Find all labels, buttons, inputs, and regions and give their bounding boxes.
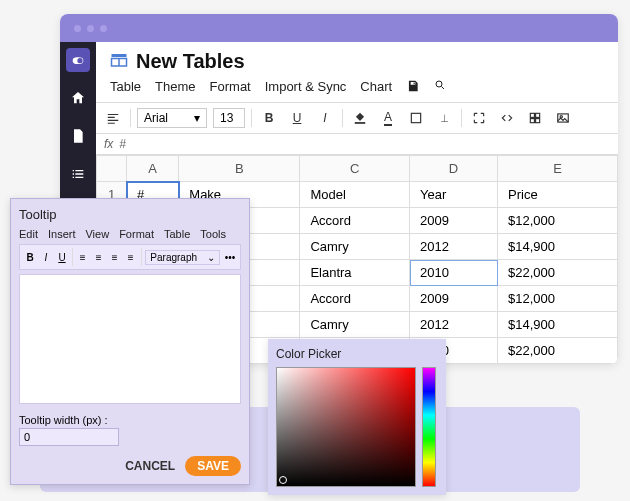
tooltip-menu-edit[interactable]: Edit xyxy=(19,228,38,240)
underline-icon[interactable]: U xyxy=(56,249,68,265)
underline-icon[interactable]: U xyxy=(286,107,308,129)
align-left-icon[interactable] xyxy=(102,107,124,129)
paragraph-select[interactable]: Paragraph⌄ xyxy=(145,250,220,265)
tooltip-title: Tooltip xyxy=(19,207,241,222)
svg-rect-9 xyxy=(530,113,534,117)
paragraph-label: Paragraph xyxy=(150,252,197,263)
col-header[interactable]: B xyxy=(179,156,300,182)
bold-icon[interactable]: B xyxy=(258,107,280,129)
separator xyxy=(72,248,73,266)
header: New Tables xyxy=(96,42,618,77)
align-right-icon[interactable]: ≡ xyxy=(109,249,121,265)
col-header[interactable]: E xyxy=(498,156,618,182)
menu-import-sync[interactable]: Import & Sync xyxy=(265,79,347,96)
tooltip-menu-table[interactable]: Table xyxy=(164,228,190,240)
corner-cell[interactable] xyxy=(97,156,127,182)
separator xyxy=(141,248,142,266)
tooltip-textarea[interactable] xyxy=(19,274,241,404)
cell[interactable]: 2009 xyxy=(410,208,498,234)
menu-table[interactable]: Table xyxy=(110,79,141,96)
cell[interactable]: 2010 xyxy=(410,260,498,286)
save-icon[interactable] xyxy=(406,79,420,96)
image-icon[interactable] xyxy=(552,107,574,129)
font-size-input[interactable]: 13 xyxy=(213,108,245,128)
tooltip-width-label: Tooltip width (px) : xyxy=(19,414,241,426)
cell[interactable]: $14,900 xyxy=(498,234,618,260)
svg-point-5 xyxy=(436,81,442,87)
border-icon[interactable] xyxy=(405,107,427,129)
tooltip-menubar: Edit Insert View Format Table Tools xyxy=(19,228,241,240)
cell[interactable]: $22,000 xyxy=(498,260,618,286)
cell[interactable]: $12,000 xyxy=(498,286,618,312)
chevron-down-icon: ⌄ xyxy=(207,252,215,263)
col-header[interactable]: A xyxy=(127,156,179,182)
sidebar-toggle-icon[interactable] xyxy=(66,48,90,72)
color-picker-title: Color Picker xyxy=(276,347,438,361)
cancel-button[interactable]: CANCEL xyxy=(125,459,175,473)
menubar: Table Theme Format Import & Sync Chart xyxy=(96,77,618,102)
align-center-icon[interactable]: ≡ xyxy=(93,249,105,265)
tooltip-menu-tools[interactable]: Tools xyxy=(200,228,226,240)
chevron-down-icon: ▾ xyxy=(194,111,200,125)
search-icon[interactable] xyxy=(434,79,446,96)
page-title: New Tables xyxy=(136,50,245,73)
sidebar-home-icon[interactable] xyxy=(66,86,90,110)
separator xyxy=(130,109,131,127)
cell[interactable]: Model xyxy=(300,182,410,208)
cell[interactable]: Price xyxy=(498,182,618,208)
align-left-icon[interactable]: ≡ xyxy=(77,249,89,265)
fx-value: # xyxy=(119,137,126,151)
tooltip-menu-view[interactable]: View xyxy=(85,228,109,240)
menu-chart[interactable]: Chart xyxy=(360,79,392,96)
window-dot xyxy=(87,25,94,32)
menu-format[interactable]: Format xyxy=(210,79,251,96)
italic-icon[interactable]: I xyxy=(314,107,336,129)
svg-rect-10 xyxy=(536,113,540,117)
col-header[interactable]: D xyxy=(410,156,498,182)
tooltip-toolbar: B I U ≡ ≡ ≡ ≡ Paragraph⌄ ••• xyxy=(19,244,241,270)
fill-color-icon[interactable] xyxy=(349,107,371,129)
window-dot xyxy=(74,25,81,32)
color-picker-panel: Color Picker xyxy=(268,339,446,495)
cell[interactable]: 2012 xyxy=(410,234,498,260)
cell[interactable]: Camry xyxy=(300,234,410,260)
col-header[interactable]: C xyxy=(300,156,410,182)
bold-icon[interactable]: B xyxy=(24,249,36,265)
tooltip-menu-format[interactable]: Format xyxy=(119,228,154,240)
font-select[interactable]: Arial▾ xyxy=(137,108,207,128)
sidebar-document-icon[interactable] xyxy=(66,124,90,148)
svg-rect-2 xyxy=(112,54,127,57)
formula-bar[interactable]: fx # xyxy=(96,134,618,155)
hue-slider[interactable] xyxy=(422,367,436,487)
cell[interactable]: 2009 xyxy=(410,286,498,312)
tooltip-menu-insert[interactable]: Insert xyxy=(48,228,76,240)
sidebar-list-icon[interactable] xyxy=(66,162,90,186)
menu-theme[interactable]: Theme xyxy=(155,79,195,96)
cell[interactable]: $14,900 xyxy=(498,312,618,338)
tooltip-width-input[interactable]: 0 xyxy=(19,428,119,446)
code-icon[interactable] xyxy=(496,107,518,129)
cell[interactable]: $22,000 xyxy=(498,338,618,364)
grid-icon[interactable] xyxy=(524,107,546,129)
cell[interactable]: Elantra xyxy=(300,260,410,286)
saturation-value-area[interactable] xyxy=(276,367,416,487)
cell[interactable]: $12,000 xyxy=(498,208,618,234)
cell[interactable]: Accord xyxy=(300,286,410,312)
italic-icon[interactable]: I xyxy=(40,249,52,265)
svg-rect-7 xyxy=(355,122,366,124)
window-dot xyxy=(100,25,107,32)
clear-format-icon[interactable]: ⟂ xyxy=(433,107,455,129)
cell[interactable]: Accord xyxy=(300,208,410,234)
toolbar: Arial▾ 13 B U I A ⟂ xyxy=(96,102,618,134)
align-justify-icon[interactable]: ≡ xyxy=(125,249,137,265)
cell[interactable]: Year xyxy=(410,182,498,208)
save-button[interactable]: SAVE xyxy=(185,456,241,476)
color-marker[interactable] xyxy=(279,476,287,484)
cell[interactable]: 2012 xyxy=(410,312,498,338)
separator xyxy=(342,109,343,127)
separator xyxy=(251,109,252,127)
more-icon[interactable]: ••• xyxy=(224,249,236,265)
cell[interactable]: Camry xyxy=(300,312,410,338)
expand-icon[interactable] xyxy=(468,107,490,129)
text-color-icon[interactable]: A xyxy=(377,107,399,129)
